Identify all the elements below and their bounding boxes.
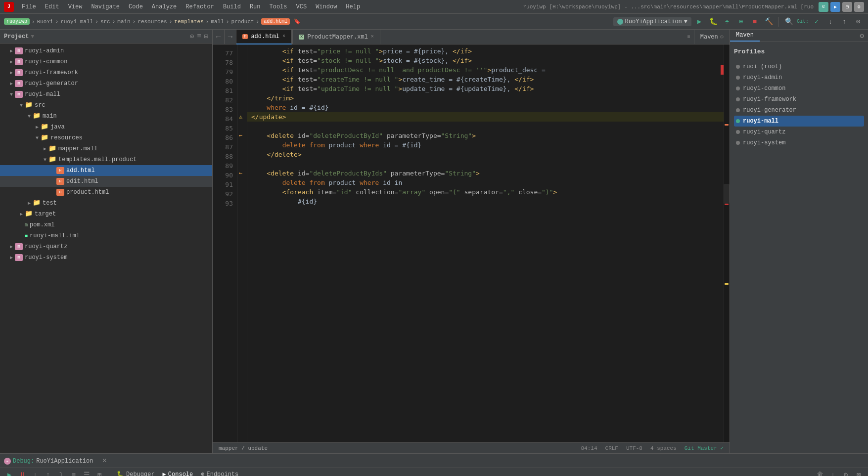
project-dropdown[interactable]: ▼ [31,34,34,40]
debug-button[interactable]: 🐛 [707,16,719,28]
profile-item-framework[interactable]: ruoyi-framework [734,94,864,105]
tree-item-ruoyi-framework[interactable]: ▶ m ruoyi-framework [0,67,212,78]
menu-window[interactable]: Window [312,2,341,11]
coverage-button[interactable]: ☂ [721,16,733,28]
build-button[interactable]: 🔨 [763,16,775,28]
menu-help[interactable]: Help [342,2,364,11]
menu-vcs[interactable]: VCS [292,2,311,11]
menu-build[interactable]: Build [219,2,245,11]
bc-templates[interactable]: templates [174,19,203,25]
profile-item-quartz[interactable]: ruoyi-quartz [734,127,864,137]
profile-item-generator[interactable]: ruoyi-generator [734,105,864,116]
step-out-btn[interactable]: ↑ [43,470,53,476]
menu-view[interactable]: View [64,2,87,11]
bc-ruoyi[interactable]: RuoYi [37,19,53,25]
tree-item-ruoyi-system[interactable]: ▶ m ruoyi-system [0,252,212,263]
clear-console-btn[interactable]: 🗑 [815,470,825,476]
locate-icon[interactable]: ⊙ [190,32,194,41]
prev-tab-button[interactable]: ← [213,30,225,44]
run-config-selector[interactable]: RuoYiApplication ▼ [613,17,691,26]
maven-settings-icon[interactable]: ⚙ [856,30,868,42]
run-to-cursor-btn[interactable]: ⤵ [55,470,66,476]
tree-item-ruoyi-mall-iml[interactable]: ■ ruoyi-mall.iml [0,230,212,241]
code-editor[interactable]: 7778798081 8283848586 8788899091 9293 ⚠ … [213,44,730,442]
tree-item-ruoyi-generator[interactable]: ▶ m ruoyi-generator [0,78,212,89]
bc-resources[interactable]: resources [137,19,167,25]
bc-main[interactable]: main [117,19,130,25]
tab-productmapper-xml[interactable]: X ProductMapper.xml × [293,30,380,44]
scroll-gutter[interactable] [724,44,730,442]
next-tab-button[interactable]: → [225,30,236,44]
step-into-btn[interactable]: ↓ [30,470,41,476]
tree-item-src[interactable]: ▼ 📁 src [0,100,212,111]
bc-ruoyi-mall[interactable]: ruoyi-mall [60,19,93,25]
run-button[interactable]: ▶ [693,16,705,28]
tree-item-product-html[interactable]: H product.html [0,187,212,198]
tree-item-resources[interactable]: ▼ 📁 resources [0,132,212,143]
window-icon[interactable]: ⊟ [842,2,852,12]
profile-item-admin[interactable]: ruoyi-admin [734,72,864,83]
pause-btn[interactable]: ⏸ [17,470,28,476]
tree-item-target[interactable]: ▶ 📁 target [0,209,212,219]
debug-close-icon[interactable]: × [102,457,107,466]
menu-refactor[interactable]: Refactor [182,2,218,11]
bc-product[interactable]: product [231,19,254,25]
tree-item-test[interactable]: ▶ 📁 test [0,198,212,209]
tree-item-mapper-mall[interactable]: ▶ 📁 mapper.mall [0,143,212,154]
menu-tools[interactable]: Tools [266,2,291,11]
menu-run[interactable]: Run [246,2,265,11]
tree-item-ruoyi-common[interactable]: ▶ m ruoyi-common [0,56,212,67]
tab-add-html[interactable]: H add.html × [236,30,292,44]
menu-code[interactable]: Code [125,2,147,11]
menu-file[interactable]: File [18,2,40,11]
stop-button[interactable]: ■ [749,16,761,28]
tab-close-button[interactable]: × [282,34,285,39]
profile-button[interactable]: ⊕ [735,16,747,28]
tree-item-pom-xml[interactable]: m pom.xml [0,219,212,230]
bc-mall[interactable]: mall [211,19,224,25]
more-tabs-button[interactable]: ≡ [684,34,694,40]
menu-analyze[interactable]: Analyze [148,2,181,11]
git-history[interactable]: ⊙ [852,16,864,28]
tab-endpoints[interactable]: ⊛ Endpoints [201,468,238,476]
variables-btn[interactable]: ⊞ [94,470,105,476]
tree-item-java[interactable]: ▶ 📁 java [0,122,212,132]
tree-item-ruoyi-mall[interactable]: ▼ m ruoyi-mall [0,89,212,100]
screen-record-icon[interactable]: ▶ [830,2,840,12]
maven-panel-tab[interactable]: Maven ⚙ [694,33,730,41]
profile-item-root[interactable]: ruoi (root) [734,61,864,72]
menu-navigate[interactable]: Navigate [87,2,124,11]
maximize-btn[interactable]: ⊠ [853,470,864,476]
menu-edit[interactable]: Edit [41,2,63,11]
profile-item-common[interactable]: ruoyi-common [734,83,864,94]
code-content[interactable]: <if test="price != null ">price = #{pric… [247,44,724,442]
search-button[interactable]: 🔍 [783,16,795,28]
bookmark-icon[interactable]: 🔖 [294,18,301,25]
tree-item-edit-html[interactable]: H edit.html [0,176,212,187]
step-over-btn[interactable]: ▶ [4,470,15,476]
tab-debugger[interactable]: 🐛 Debugger [117,468,155,476]
bc-add-html[interactable]: add.html [261,18,290,25]
profile-item-system[interactable]: ruoyi-system [734,137,864,148]
tab-close-button[interactable]: × [371,34,374,40]
tree-item-main[interactable]: ▼ 📁 main [0,111,212,122]
bc-ruoyiwp[interactable]: ruoyiwp [4,18,30,25]
git-commit[interactable]: ✓ [811,16,822,28]
settings-btn[interactable]: ⚙ [840,470,851,476]
tree-item-ruoyi-admin[interactable]: ▶ m ruoyi-admin [0,45,212,56]
evaluate-btn[interactable]: ≡ [68,470,79,476]
frames-btn[interactable]: ☰ [81,470,92,476]
git-push[interactable]: ↑ [838,16,850,28]
tree-item-templates-mall-product[interactable]: ▼ 📁 templates.mall.product [0,154,212,165]
profile-item-mall[interactable]: ruoyi-mall [734,116,864,127]
tree-item-add-html[interactable]: H add.html [0,165,212,176]
git-update[interactable]: ↓ [824,16,836,28]
git-button[interactable]: Git: [797,16,809,28]
collapse-icon[interactable]: ⊟ [204,32,208,41]
settings-icon[interactable]: ⚙ [854,2,864,12]
scroll-thumb[interactable] [724,184,730,204]
tree-item-ruoyi-quartz[interactable]: ▶ m ruoyi-quartz [0,241,212,252]
settings-gear-icon[interactable]: ≡ [197,32,201,41]
tab-maven[interactable]: Maven [730,30,760,42]
bc-src[interactable]: src [100,19,110,25]
